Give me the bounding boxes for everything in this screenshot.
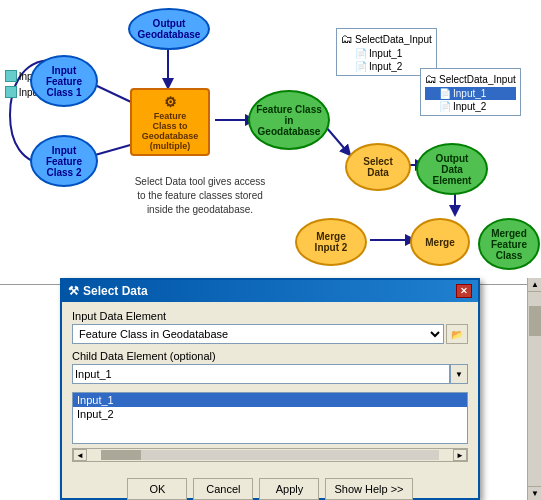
cancel-button[interactable]: Cancel: [193, 478, 253, 500]
child-data-element-label: Child Data Element (optional): [72, 350, 468, 362]
tree2-root: 🗂 SelectData_Input: [425, 71, 516, 87]
tree1-item2: 📄 Input_2: [341, 60, 432, 73]
dialog-buttons: OK Cancel Apply Show Help >>: [62, 474, 478, 500]
child-data-element-combo[interactable]: [72, 364, 450, 384]
browse-button[interactable]: 📂: [446, 324, 468, 344]
dialog-title: Select Data: [83, 284, 148, 298]
select-data-node: Select Data: [345, 143, 411, 191]
merge-input2-node: Merge Input 2: [295, 218, 367, 266]
dialog-title-icon: ⚒: [68, 284, 79, 298]
merged-fc-node: Merged Feature Class: [478, 218, 540, 270]
tree2-item2: 📄 Input_2: [425, 100, 516, 113]
input-data-element-row: Feature Class in Geodatabase 📂: [72, 324, 468, 344]
child-combo-container: ▼: [72, 364, 468, 388]
diagram-area: Input 1 Input 2 Input Feature Class 1 In…: [0, 0, 541, 290]
list-item-input2[interactable]: Input_2: [73, 407, 467, 421]
input-data-element-dropdown[interactable]: Feature Class in Geodatabase: [72, 324, 444, 344]
ok-button[interactable]: OK: [127, 478, 187, 500]
dialog-close-button[interactable]: ✕: [456, 284, 472, 298]
dialog-body: Input Data Element Feature Class in Geod…: [62, 302, 478, 474]
dialog-titlebar-left: ⚒ Select Data: [68, 284, 148, 298]
apply-button[interactable]: Apply: [259, 478, 319, 500]
folder-icon: 📂: [451, 329, 463, 340]
list-item-input1[interactable]: Input_1: [73, 393, 467, 407]
select-data-dialog: ⚒ Select Data ✕ Input Data Element Featu…: [60, 278, 480, 500]
list-box[interactable]: Input_1 Input_2: [72, 392, 468, 444]
horizontal-scrollbar[interactable]: ◄ ►: [72, 448, 468, 462]
merge-node: Merge: [410, 218, 470, 266]
input-fc2-node: Input Feature Class 2: [30, 135, 98, 187]
fc-in-gdb-node: Feature Class in Geodatabase: [248, 90, 330, 150]
scroll-up-btn[interactable]: ▲: [528, 278, 541, 292]
output-data-element-node: Output Data Element: [416, 143, 488, 195]
input-data-element-label: Input Data Element: [72, 310, 468, 322]
tree1-item1: 📄 Input_1: [341, 47, 432, 60]
tree-panel-2: 🗂 SelectData_Input 📄 Input_1 📄 Input_2: [420, 68, 521, 116]
scroll-left-btn[interactable]: ◄: [73, 449, 87, 461]
scroll-right-btn[interactable]: ►: [453, 449, 467, 461]
dialog-titlebar: ⚒ Select Data ✕: [62, 280, 478, 302]
output-gdb-node: Output Geodatabase: [128, 8, 210, 50]
show-help-button[interactable]: Show Help >>: [325, 478, 412, 500]
right-scroll-thumb: [529, 306, 541, 336]
scroll-thumb: [101, 450, 141, 460]
scroll-track: [101, 450, 439, 460]
tree1-root: 🗂 SelectData_Input: [341, 31, 432, 47]
input-fc1-node: Input Feature Class 1: [30, 55, 98, 107]
tree2-item1-selected: 📄 Input_1: [425, 87, 516, 100]
info-text: Select Data tool gives access to the fea…: [120, 175, 280, 217]
scroll-down-btn[interactable]: ▼: [528, 486, 541, 500]
dialog-right-scrollbar[interactable]: ▲ ▼: [527, 278, 541, 500]
child-combo-dropdown-btn[interactable]: ▼: [450, 364, 468, 384]
fc-to-gdb-node: ⚙ Feature Class to Geodatabase (multiple…: [130, 88, 210, 156]
